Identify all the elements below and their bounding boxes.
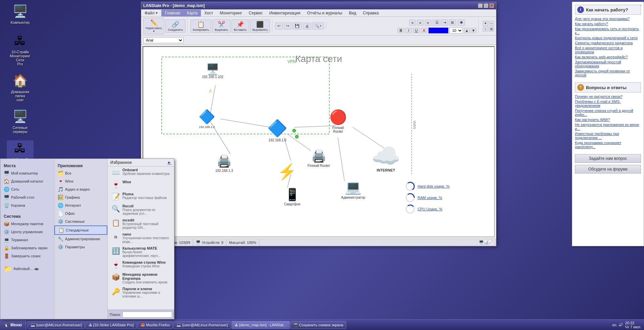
list-button[interactable]: ☰ [434, 19, 440, 26]
menu-help[interactable]: Справка [360, 10, 382, 16]
gauge-ram-label[interactable]: RAM usage, % [418, 196, 442, 200]
desktop-icon-home[interactable]: 🏠 Домашняя папкаuser [7, 73, 34, 102]
copy-button[interactable]: 📋 Копировать [191, 19, 211, 33]
help-qa-0[interactable]: Почему не рисуются связи? [575, 94, 641, 98]
node-phone[interactable]: 📱 Смартфон [284, 188, 301, 206]
gauge-hdd-label[interactable]: Hard disk usage, % [418, 184, 449, 188]
desktop-icon-computer[interactable]: 🖥️ Компьютер [7, 3, 34, 24]
font-size-select[interactable]: 10 [449, 27, 463, 34]
menu-view[interactable]: Вид [345, 10, 360, 16]
sm-mycomputer[interactable]: 🖥️Мой компьютер [0, 169, 54, 177]
menu-main[interactable]: Главная [161, 10, 183, 16]
close-button[interactable]: ✕ [489, 3, 494, 8]
extra-btn2[interactable]: ↔ [489, 21, 494, 26]
bold-button[interactable]: B [397, 28, 404, 33]
node-switch2[interactable]: 🔷 192.168.1.0 [267, 119, 287, 142]
sm-desktop[interactable]: 🖥️Рабочий стол [0, 193, 54, 201]
maximize-button[interactable]: □ [484, 3, 488, 8]
help-qa-5[interactable]: Известные проблемы при подключении ... [575, 132, 641, 140]
draw-button[interactable]: ✏️ Нарисовать ▼ [143, 18, 164, 34]
sm-trash[interactable]: 🗑️Корзина [0, 201, 54, 209]
desktop-icon-servers[interactable]: 🖥️ Сетевые серверы [7, 109, 34, 134]
connect-button[interactable]: 🔗 Соединить [165, 19, 185, 33]
extra-btn4[interactable]: ⊞ [489, 26, 494, 31]
node-printer[interactable]: 🖨️ Firewall Router [308, 149, 330, 168]
save-button[interactable]: 💾 [292, 22, 302, 29]
sm-wine[interactable]: 🍷 Wine [108, 179, 174, 191]
font-select[interactable]: Arial [143, 37, 183, 43]
help-qa-6[interactable]: Куда программа сохраняет накоплену... [575, 141, 641, 149]
sm-calc[interactable]: 🔢 Калькулятор MATEВычисления: арифметиче… [108, 245, 174, 259]
taskbar-item-4[interactable]: 🖧 [demo_map.lsm] - LANStat... [231, 321, 289, 329]
help-qa-1[interactable]: Проблемы с E-mail и SMS-уведомлениям [575, 100, 641, 108]
menu-service[interactable]: Сервис [246, 10, 266, 16]
extra-btn3[interactable]: ↕ [483, 26, 488, 31]
help-qa-2[interactable]: Получение списка служб и другой инфо... [575, 109, 641, 117]
sm-cat-settings[interactable]: ⚙️Параметры [54, 243, 107, 251]
sm-terminal[interactable]: 💻Терминал [0, 236, 54, 244]
help-link-8[interactable]: Зависимость одной проверки от другой [575, 69, 641, 77]
gauge-cpu-label[interactable]: CPU Usage, % [418, 207, 442, 211]
node-printer2[interactable]: 🖨️ 192.168.1.3 [215, 154, 233, 173]
extra-button[interactable]: ✱ [458, 19, 465, 26]
help-link-2[interactable]: Как просканировать сеть и построить к... [575, 27, 641, 35]
sm-winecmd[interactable]: 🍷 Командная строка WineКомандная строка … [108, 259, 174, 271]
sm-file-manager[interactable]: 📁 Файловый... ◀▶ [0, 263, 54, 274]
italic-button[interactable]: I [405, 28, 412, 33]
sm-cat-standard[interactable]: 📋Стандартные [54, 225, 107, 235]
sm-nano[interactable]: n nanoУлучшенная копия текстового реда..… [108, 231, 174, 245]
search-input[interactable] [122, 312, 172, 318]
help-qa-4[interactable]: Не запускаются приложения из меню и... [575, 123, 641, 131]
sm-cat-graphics[interactable]: 🖼️Графика [54, 193, 107, 201]
sm-engrampa[interactable]: 📦 Менеджер архивов EngrampaСоздать или и… [108, 271, 174, 285]
taskbar-item-5[interactable]: 📸 Сохранить снимок экрана [290, 321, 346, 329]
favorites-more[interactable]: ► [167, 160, 171, 165]
sm-logout[interactable]: 🚪Завершить сеанс [0, 252, 54, 260]
ask-question-button[interactable]: Задайте нам вопрос [575, 154, 641, 163]
align-button[interactable]: ⬛ Выровнять [250, 19, 270, 33]
help-resize-handle[interactable]: ⤢ [640, 3, 642, 7]
help-link-1[interactable]: Как начать работу? [575, 22, 641, 26]
sm-onboard[interactable]: ⌨️ OnboardУдобная экранная клавиатура [108, 167, 174, 179]
node-laptop[interactable]: 💻 Администратор [341, 179, 365, 199]
menu-reports[interactable]: Отчёты и журналы [304, 10, 345, 16]
help-link-7[interactable]: Запланированный простой оборудования [575, 60, 641, 68]
menu-file[interactable]: Файл ▼ [141, 10, 161, 16]
underline-button[interactable]: U [413, 28, 420, 33]
sm-cat-internet[interactable]: 🌐Интернет [54, 201, 107, 209]
sm-cat-wine[interactable]: 🍷Wine [54, 177, 107, 185]
help-link-0[interactable]: Для чего нужна эта программа? [575, 17, 641, 21]
menu-host[interactable]: Хост [201, 10, 216, 16]
print-button[interactable]: 🖨 [303, 23, 311, 29]
sm-controlcenter[interactable]: ⚙️Центр управления [0, 228, 54, 236]
indent-button[interactable]: ⇥ [441, 19, 448, 26]
sm-recoll[interactable]: 🔍 RecollПоиск документов по заданным усл… [108, 203, 174, 217]
cut-button[interactable]: ✂️ Вырезать [212, 19, 230, 33]
sm-cat-admin[interactable]: 🔧Администрирование [54, 235, 107, 243]
sm-mcedit[interactable]: 📋 mceditВстроенный текстовый редактор GN… [108, 217, 174, 231]
extra-btn1[interactable]: ✦ [483, 21, 488, 26]
sm-cat-all[interactable]: 🗂️Все [54, 169, 107, 177]
minimize-button[interactable]: _ [478, 3, 483, 8]
help-qa-3[interactable]: Как настроить WMI? [575, 118, 641, 122]
sm-pkgmgr[interactable]: 📦Менеджер пакетов [0, 220, 54, 228]
sm-cat-system[interactable]: ⚙️Системные [54, 217, 107, 225]
table-button[interactable]: ⊞ [449, 19, 456, 26]
sm-homedir[interactable]: 🏠Домашний каталог [0, 177, 54, 185]
menu-inventory[interactable]: Инвентаризация [266, 10, 304, 16]
color-picker[interactable] [428, 27, 448, 34]
undo-button[interactable]: ↩ [275, 22, 283, 29]
align-right-button[interactable]: ≡ [425, 20, 431, 26]
align-left-button[interactable]: ≡ [409, 20, 416, 26]
forum-button[interactable]: Обсудите на форуме [575, 165, 641, 174]
start-button[interactable]: 🐧 Меню [0, 320, 26, 330]
sm-pluma[interactable]: 📝 PlumaРедактор текстовых файлов [108, 191, 174, 203]
help-link-4[interactable]: Секреты графического редактора [575, 41, 641, 45]
redo-button[interactable]: ↪ [284, 22, 291, 29]
fontsize-up-button[interactable]: ▲ [464, 28, 470, 33]
taskbar-item-1[interactable]: 🖧 [10-Strike LANState Pro] [86, 321, 137, 329]
font-color-button[interactable]: A [421, 28, 427, 33]
node-server[interactable]: 🖥️ 192.168.1.102 [202, 64, 223, 79]
node-lightning[interactable]: ⚡ [277, 162, 297, 181]
help-link-5[interactable]: Всё о мониторинге хостов и оповещени [575, 46, 641, 54]
